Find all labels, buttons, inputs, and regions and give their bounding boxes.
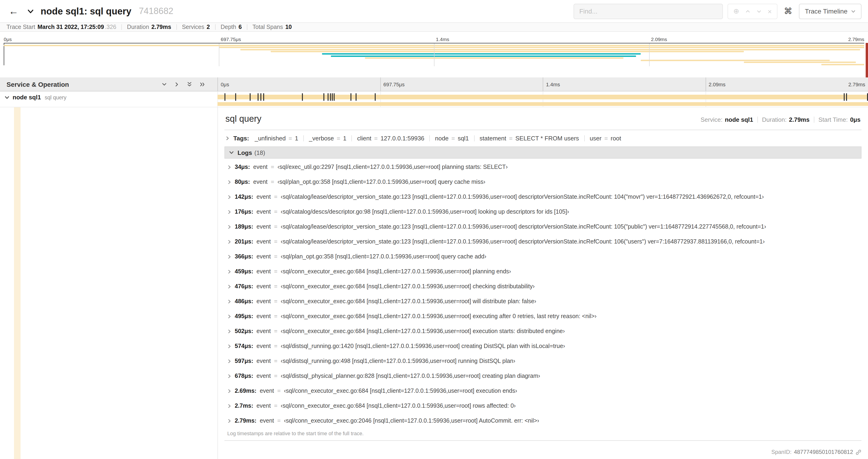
equals-sign: = [274,194,277,200]
log-timestamp: 502μs: [235,328,253,334]
span-timeline[interactable] [217,91,868,107]
equals-sign: = [274,253,277,260]
minimap-left-handle[interactable] [4,43,4,65]
log-field-key: event [256,298,271,305]
trace-collapse-chevron-icon[interactable] [27,8,34,15]
start-time-label: Start Time: [818,116,848,123]
minimap-span [641,60,830,61]
equals-sign: = [277,418,281,424]
span-row-name-cell[interactable]: node sql1 sql query [0,91,217,107]
locate-span-icon[interactable]: ⊕ [733,7,739,15]
log-field-value: ‹sql/distsql_running.go:498 [nsql1,clien… [281,358,515,364]
minimap-span [365,57,623,59]
summary-item: Trace StartMarch 31 2022, 17:25:09.326 [6,24,116,30]
expand-all-icon[interactable] [199,81,205,87]
equals-sign: = [274,373,277,379]
logs-header[interactable]: Logs (18) [224,146,862,159]
prev-result-icon[interactable] [745,9,750,14]
log-field-value: ‹sql/catalog/descs/descriptor.go:98 [nsq… [281,208,569,215]
log-timestamp: 176μs: [235,208,253,215]
logs-section: Logs (18) 34μs:event=‹sql/exec_util.go:2… [224,146,862,441]
back-button[interactable]: ← [6,4,21,18]
log-entry[interactable]: 189μs:event=‹sql/catalog/lease/descripto… [224,219,862,234]
log-field-key: event [256,358,271,364]
logs-note: Log timestamps are relative to the start… [224,428,862,440]
log-entry[interactable]: 574μs:event=‹sql/distsql_running.go:1420… [224,339,862,354]
log-field-key: event [256,223,271,230]
log-field-value: ‹sql/distsql_physical_planner.go:828 [ns… [281,373,540,379]
keyboard-shortcuts-button[interactable]: ⌘ [782,6,794,16]
log-entry[interactable]: 2.7ms:event=‹sql/conn_executor_exec.go:6… [224,398,862,413]
span-bar[interactable] [217,95,868,99]
collapse-one-icon[interactable] [161,81,167,87]
log-entry[interactable]: 80μs:event=‹sql/plan_opt.go:358 [nsql1,c… [224,174,862,189]
minimap-span [331,55,636,57]
log-entry[interactable]: 459μs:event=‹sql/conn_executor_exec.go:6… [224,264,862,279]
minimap-tick-label: 1.4ms [434,36,449,42]
next-result-icon[interactable] [756,9,762,14]
find-input[interactable] [574,3,723,19]
tag-value: 127.0.0.1:59936 [380,135,425,142]
log-entry[interactable]: 142μs:event=‹sql/catalog/lease/descripto… [224,189,862,204]
log-field-value: ‹sql/conn_executor_exec.go:684 [nsql1,cl… [281,298,536,305]
log-field-value: ‹sql/plan_opt.go:358 [nsql1,client=127.0… [281,253,486,260]
summary-item: Depth6 [220,24,242,30]
expand-one-icon[interactable] [174,81,180,87]
timeline-header: Service & Operation 0μs697.75μs1.4ms2.09… [0,77,868,91]
span-id-value: 4877749850101760812 [794,449,853,455]
minimap-gridline [649,43,650,66]
log-entry[interactable]: 495μs:event=‹sql/conn_executor_exec.go:6… [224,309,862,324]
span-row[interactable]: node sql1 sql query [0,91,868,107]
log-marker [235,93,236,101]
log-field-value: ‹sql/catalog/lease/descriptor_version_st… [281,223,766,230]
chevron-right-icon [227,389,231,393]
minimap-canvas[interactable] [4,43,864,66]
trace-view-selector[interactable]: Trace Timeline [799,3,862,19]
log-marker [356,93,357,101]
minimap-tick-label: 697.75μs [219,36,241,42]
log-entry[interactable]: 366μs:event=‹sql/plan_opt.go:358 [nsql1,… [224,249,862,264]
tag-item: statement=SELECT * FROM users [479,135,579,142]
tag-key: node [435,135,449,142]
clear-search-icon[interactable]: × [768,8,772,15]
chevron-right-icon [227,419,231,423]
tag-item: node=sql1 [435,135,469,142]
minimap-span [322,53,641,55]
log-entry[interactable]: 176μs:event=‹sql/catalog/descs/descripto… [224,204,862,219]
meta-separator [757,117,758,123]
collapse-all-icon[interactable] [187,81,192,87]
link-icon[interactable] [856,449,862,455]
log-field-key: event [256,402,271,409]
tag-key: statement [479,135,506,142]
tags-row[interactable]: Tags: _unfinished=1_verbose=1client=127.… [224,130,862,146]
log-entry[interactable]: 476μs:event=‹sql/conn_executor_exec.go:6… [224,279,862,294]
log-timestamp: 574μs: [235,343,253,349]
chevron-down-icon[interactable] [5,95,9,100]
log-field-value: ‹sql/plan_opt.go:358 [nsql1,client=127.0… [277,179,485,185]
log-entry[interactable]: 502μs:event=‹sql/conn_executor_exec.go:6… [224,324,862,339]
log-entry[interactable]: 597μs:event=‹sql/distsql_running.go:498 … [224,354,862,368]
minimap-gridline [434,43,434,66]
log-marker [264,93,265,101]
log-timestamp: 2.7ms: [235,402,253,409]
log-entry[interactable]: 201μs:event=‹sql/catalog/lease/descripto… [224,234,862,249]
timeline-tick-label: 2.09ms [705,77,725,91]
log-entry[interactable]: 2.79ms:event=‹sql/conn_executor_exec.go:… [224,413,862,428]
summary-item-value: March 31 2022, 17:25:09 [37,24,104,30]
minimap-gridline [219,43,219,66]
equals-sign: = [274,283,277,290]
summary-item-label: Services [182,24,205,30]
log-timestamp: 486μs: [235,298,253,305]
tag-value: sql1 [458,135,469,142]
log-entry[interactable]: 2.69ms:event=‹sql/conn_executor_exec.go:… [224,384,862,398]
logs-label: Logs [238,149,252,156]
chevron-down-icon [229,150,234,155]
summary-item-label: Duration [127,24,149,30]
log-entry[interactable]: 34μs:event=‹sql/exec_util.go:2297 [nsql1… [224,160,862,174]
log-field-value: ‹sql/catalog/lease/descriptor_version_st… [281,238,765,245]
equals-sign: = [274,208,277,215]
log-field-key: event [256,253,271,260]
log-entry[interactable]: 486μs:event=‹sql/conn_executor_exec.go:6… [224,294,862,309]
summary-item-value: 10 [285,24,292,30]
log-entry[interactable]: 678μs:event=‹sql/distsql_physical_planne… [224,368,862,384]
